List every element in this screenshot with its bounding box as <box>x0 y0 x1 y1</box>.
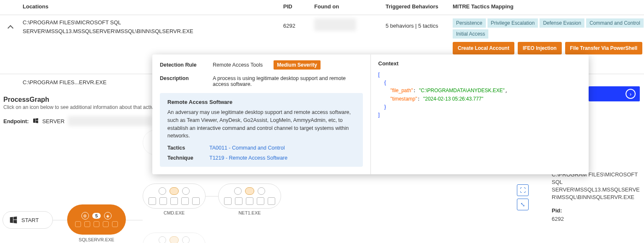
header-locations[interactable]: Locations <box>21 3 283 10</box>
infobox-title: Remote Access Software <box>167 99 355 105</box>
node-child-label: CMD.EXE <box>143 210 206 215</box>
infobox-tactics-link[interactable]: TA0011 - Command and Control <box>209 145 285 151</box>
graph-controls: ⛶ ⤡ <box>517 184 529 210</box>
shield-icon: ◈ <box>104 212 112 220</box>
graph-action-bar[interactable]: › <box>589 86 640 101</box>
popup-detection-rule-label: Detection Rule <box>160 62 202 68</box>
process-count-badge: 5 <box>92 213 101 219</box>
node-child[interactable] <box>143 233 206 243</box>
detection-detail-popup: Detection Rule Remote Access Tools Mediu… <box>152 54 589 174</box>
tactic-tag[interactable]: Defense Evasion <box>540 18 584 28</box>
tactic-tag[interactable]: Persistence <box>453 18 486 28</box>
fullscreen-button[interactable]: ⛶ <box>517 184 529 196</box>
header-pid[interactable]: PID <box>283 3 314 10</box>
infobox-tactics-label: Tactics <box>167 145 197 151</box>
side-path-value: C:\PROGRAM FILES\MICROSOFT SQL SERVER\MS… <box>552 171 640 202</box>
popup-context-label: Context <box>378 60 581 67</box>
table-header-row: Locations PID Found on Triggered Behavio… <box>0 0 644 15</box>
side-pid-label: Pid: <box>552 207 640 214</box>
node-start[interactable]: START <box>3 211 53 229</box>
infobox-technique-label: Technique <box>167 155 197 161</box>
arrow-right-icon: › <box>626 89 636 99</box>
chevron-up-icon[interactable] <box>8 25 13 31</box>
behavior-button[interactable]: IFEO Injection <box>518 42 562 54</box>
behavior-button[interactable]: Create Local Account <box>453 42 514 54</box>
node-start-label: START <box>21 217 39 223</box>
behavior-button[interactable]: File Transfer Via PowerShell <box>565 42 643 54</box>
infobox-body: An adversary may use legitimate desktop … <box>167 109 355 140</box>
popup-description-value: A process is using legitimate desktop su… <box>213 75 363 87</box>
windows-icon <box>9 215 18 225</box>
node-child-label: NET1.EXE <box>218 210 281 215</box>
tactic-tag[interactable]: Command and Control <box>586 18 644 28</box>
node-highlighted-process[interactable]: ⚙ 5 ◈ <box>67 204 126 235</box>
popup-description-label: Description <box>160 75 202 81</box>
cell-location: C:\PROGRAM FILES\MICROSOFT SQL SERVER\MS… <box>21 18 283 36</box>
tactic-tag[interactable]: Privilege Escalation <box>488 18 538 28</box>
popup-detection-rule-value: Remote Access Tools <box>213 62 263 68</box>
cell-pid: 6292 <box>283 18 314 29</box>
cell-triggered: 5 behaviors | 5 tactics <box>386 18 453 29</box>
header-found[interactable]: Found on <box>314 3 386 10</box>
severity-badge: Medium Severity <box>274 60 320 70</box>
tactics-tags: Persistence Privilege Escalation Defense… <box>453 18 644 39</box>
node-child[interactable] <box>218 184 281 209</box>
popup-infobox: Remote Access Software An adversary may … <box>160 93 363 167</box>
node-child[interactable] <box>143 184 206 209</box>
header-mitre[interactable]: MITRE Tactics Mapping <box>453 3 644 10</box>
side-pid-value: 6292 <box>552 215 640 223</box>
header-triggered[interactable]: Triggered Behaviors <box>386 3 453 10</box>
infobox-technique-link[interactable]: T1219 - Remote Access Software <box>209 155 287 161</box>
gear-icon: ⚙ <box>81 212 89 220</box>
node-process-label: SQLSERVR.EXE <box>67 237 126 242</box>
tactic-tag[interactable]: Initial Access <box>453 29 488 39</box>
popup-context-code[interactable]: [ { "file_path": "C:\PROGRAMDATA\ANYDESK… <box>378 71 581 119</box>
collapse-button[interactable]: ⤡ <box>517 199 529 210</box>
redacted-found-on <box>314 18 356 31</box>
